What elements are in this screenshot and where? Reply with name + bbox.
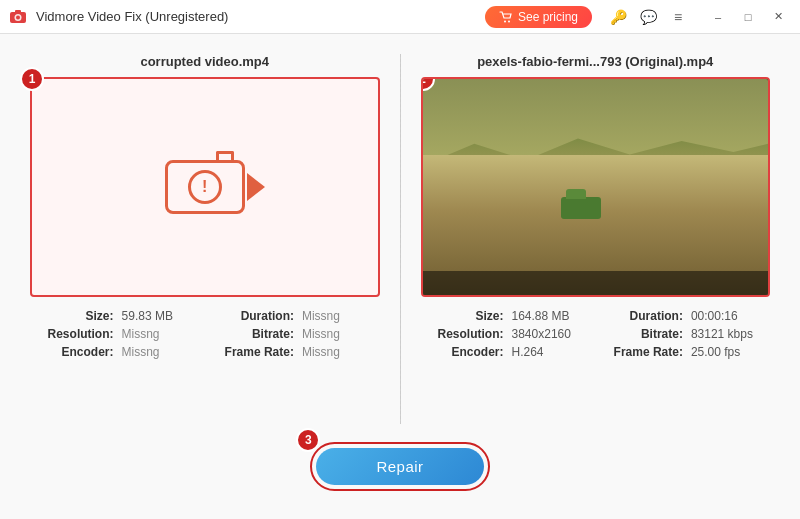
left-size-value: 59.83 MB [122,309,200,323]
left-framerate-label: Frame Rate: [207,345,294,359]
right-resolution-value: 3840x2160 [512,327,589,341]
right-duration-value: 00:00:16 [691,309,770,323]
tractor-object [561,197,601,219]
left-size-label: Size: [30,309,114,323]
right-panel-title: pexels-fabio-fermi...793 (Original).mp4 [421,54,771,69]
menu-icon[interactable]: ≡ [666,5,690,29]
right-video-box: 2 [421,77,771,297]
right-resolution-label: Resolution: [421,327,504,341]
right-panel: pexels-fabio-fermi...793 (Original).mp4 … [421,54,771,359]
maximize-button[interactable]: □ [734,6,762,28]
left-encoder-label: Encoder: [30,345,114,359]
panels-row: corrupted video.mp4 1 ! [30,54,770,424]
svg-point-5 [508,20,510,22]
left-badge: 1 [20,67,44,91]
toolbar-icons: 🔑 💬 ≡ [606,5,690,29]
key-icon[interactable]: 🔑 [606,5,630,29]
svg-point-4 [504,20,506,22]
camera-triangle-icon [247,173,265,201]
right-size-value: 164.88 MB [512,309,589,323]
left-bitrate-value: Missng [302,327,380,341]
right-encoder-value: H.264 [512,345,589,359]
exclamation-icon: ! [202,178,207,196]
app-icon [8,7,28,27]
right-framerate-value: 25.00 fps [691,345,770,359]
left-framerate-value: Missng [302,345,380,359]
left-encoder-value: Missng [122,345,200,359]
left-resolution-label: Resolution: [30,327,114,341]
left-video-box: 1 ! [30,77,380,297]
titlebar-left: Vidmore Video Fix (Unregistered) [8,7,228,27]
pricing-button[interactable]: See pricing [485,6,592,28]
camera-lens-icon: ! [188,170,222,204]
left-panel-title: corrupted video.mp4 [30,54,380,69]
bottom-section: 3 Repair [30,424,770,499]
app-title: Vidmore Video Fix (Unregistered) [36,9,228,24]
corrupted-video-icon: ! [165,160,245,214]
cart-icon [499,11,513,23]
window-controls: – □ ✕ [704,6,792,28]
titlebar: Vidmore Video Fix (Unregistered) See pri… [0,0,800,34]
svg-rect-3 [15,10,21,14]
right-duration-label: Duration: [597,309,683,323]
left-bitrate-label: Bitrate: [207,327,294,341]
main-content: corrupted video.mp4 1 ! [0,34,800,519]
repair-wrapper: 3 Repair [310,442,489,491]
left-info-grid: Size: 59.83 MB Duration: Missng Resoluti… [30,309,380,359]
pricing-label: See pricing [518,10,578,24]
panel-divider [400,54,401,424]
video-bottom-bar [423,271,769,295]
left-panel: corrupted video.mp4 1 ! [30,54,380,359]
camera-body-icon: ! [165,160,245,214]
right-framerate-label: Frame Rate: [597,345,683,359]
close-button[interactable]: ✕ [764,6,792,28]
camera-viewfinder-icon [216,151,234,161]
minimize-button[interactable]: – [704,6,732,28]
right-bitrate-value: 83121 kbps [691,327,770,341]
right-encoder-label: Encoder: [421,345,504,359]
repair-button[interactable]: Repair [316,448,483,485]
chat-icon[interactable]: 💬 [636,5,660,29]
left-duration-label: Duration: [207,309,294,323]
right-info-grid: Size: 164.88 MB Duration: 00:00:16 Resol… [421,309,771,359]
repair-button-border: Repair [310,442,489,491]
svg-point-2 [16,15,20,19]
right-bitrate-label: Bitrate: [597,327,683,341]
video-thumbnail [423,79,769,295]
right-size-label: Size: [421,309,504,323]
left-duration-value: Missng [302,309,380,323]
left-resolution-value: Missng [122,327,200,341]
